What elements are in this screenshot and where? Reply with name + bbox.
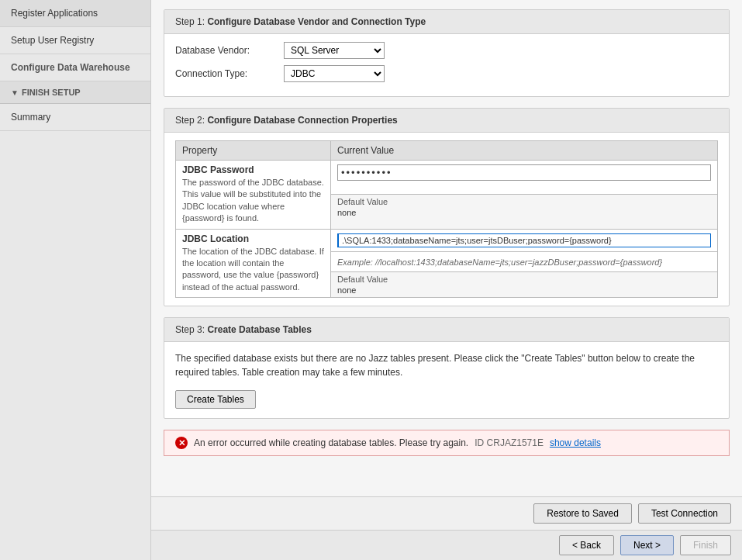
db-vendor-select[interactable]: SQL Server Oracle DB2 Derby	[284, 42, 385, 59]
connection-type-label: Connection Type:	[175, 68, 284, 79]
jdbc-location-input[interactable]	[337, 233, 711, 247]
db-vendor-row: Database Vendor: SQL Server Oracle DB2 D…	[175, 42, 718, 59]
back-button[interactable]: < Back	[559, 535, 614, 555]
properties-table: Property Current Value JDBC Password The…	[175, 140, 718, 298]
step3-body: The specified database exists but there …	[164, 342, 729, 418]
step1-title: Configure Database Vendor and Connection…	[207, 16, 426, 27]
step2-title: Configure Database Connection Properties	[207, 115, 397, 126]
create-tables-button[interactable]: Create Tables	[175, 390, 256, 409]
col-property-header: Property	[176, 141, 331, 161]
step3-header: Step 3: Create Database Tables	[164, 318, 729, 342]
step2-header: Step 2: Configure Database Connection Pr…	[164, 109, 729, 133]
test-connection-button[interactable]: Test Connection	[638, 503, 731, 524]
navigation-bar: < Back Next > Finish	[151, 530, 742, 560]
step3-message: The specified database exists but there …	[175, 351, 718, 379]
jdbc-location-value-cell	[331, 229, 718, 252]
jdbc-location-default-cell: Default Value none	[331, 271, 718, 298]
arrow-icon: ▼	[11, 88, 19, 97]
sidebar: Register Applications Setup User Registr…	[0, 0, 151, 560]
jdbc-location-name-cell: JDBC Location The location of the JDBC d…	[176, 229, 331, 298]
sidebar-item-register-applications[interactable]: Register Applications	[0, 0, 150, 27]
restore-to-saved-button[interactable]: Restore to Saved	[533, 503, 632, 524]
next-button[interactable]: Next >	[620, 535, 674, 555]
jdbc-password-input[interactable]	[337, 164, 711, 181]
step1-header: Step 1: Configure Database Vendor and Co…	[164, 10, 729, 34]
restore-test-bar: Restore to Saved Test Connection	[151, 496, 742, 530]
show-details-link[interactable]: show details	[550, 437, 601, 448]
error-message: An error occurred while creating databas…	[194, 437, 468, 448]
error-icon: ✕	[175, 437, 188, 449]
jdbc-location-example-cell: Example: //localhost:1433;databaseName=j…	[331, 252, 718, 271]
table-row: JDBC Location The location of the JDBC d…	[176, 229, 718, 252]
error-id: ID CRJAZ1571E	[475, 437, 544, 448]
connection-type-select[interactable]: JDBC JNDI	[284, 65, 385, 82]
jdbc-password-default-cell: Default Value none	[331, 194, 718, 229]
sidebar-item-configure-data-warehouse[interactable]: Configure Data Warehouse	[0, 54, 150, 81]
jdbc-password-name-cell: JDBC Password The password of the JDBC d…	[176, 161, 331, 230]
finish-button[interactable]: Finish	[680, 535, 731, 555]
sidebar-item-setup-user-registry[interactable]: Setup User Registry	[0, 27, 150, 54]
connection-type-row: Connection Type: JDBC JNDI	[175, 65, 718, 82]
sidebar-finish-setup-header: ▼ FINISH SETUP	[0, 81, 150, 104]
step3-title: Create Database Tables	[207, 324, 312, 335]
step2-panel: Step 2: Configure Database Connection Pr…	[164, 108, 730, 306]
step3-panel: Step 3: Create Database Tables The speci…	[164, 317, 730, 419]
jdbc-password-value-cell	[331, 161, 718, 195]
db-vendor-label: Database Vendor:	[175, 45, 284, 56]
col-current-value-header: Current Value	[331, 141, 718, 161]
step1-panel: Step 1: Configure Database Vendor and Co…	[164, 9, 730, 97]
sidebar-item-summary[interactable]: Summary	[0, 104, 150, 131]
main-content: Step 1: Configure Database Vendor and Co…	[151, 0, 742, 560]
table-row: JDBC Password The password of the JDBC d…	[176, 161, 718, 195]
content-area: Step 1: Configure Database Vendor and Co…	[151, 0, 742, 496]
step1-body: Database Vendor: SQL Server Oracle DB2 D…	[164, 34, 729, 96]
error-bar: ✕ An error occurred while creating datab…	[164, 430, 730, 456]
step2-body: Property Current Value JDBC Password The…	[164, 133, 729, 306]
